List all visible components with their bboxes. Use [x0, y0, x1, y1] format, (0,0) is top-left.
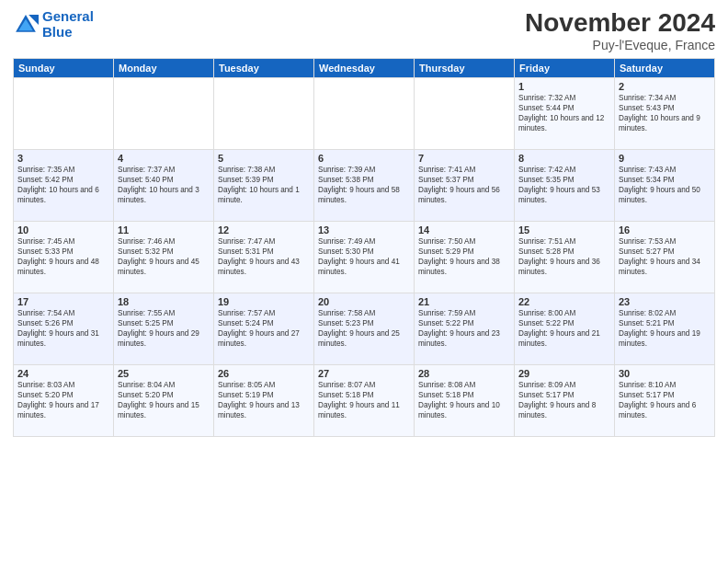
week-row-3: 10Sunrise: 7:45 AM Sunset: 5:33 PM Dayli…: [14, 221, 715, 293]
day-detail: Sunrise: 7:43 AM Sunset: 5:34 PM Dayligh…: [619, 165, 711, 205]
day-cell: 6Sunrise: 7:39 AM Sunset: 5:38 PM Daylig…: [314, 149, 415, 221]
day-cell: 7Sunrise: 7:41 AM Sunset: 5:37 PM Daylig…: [415, 149, 515, 221]
day-number: 27: [318, 368, 410, 379]
week-row-4: 17Sunrise: 7:54 AM Sunset: 5:26 PM Dayli…: [14, 293, 715, 364]
col-tuesday: Tuesday: [214, 58, 314, 77]
day-number: 10: [17, 224, 109, 236]
day-cell: [14, 77, 114, 149]
logo-icon: [13, 12, 39, 38]
day-number: 29: [518, 368, 610, 379]
day-detail: Sunrise: 7:42 AM Sunset: 5:35 PM Dayligh…: [518, 165, 610, 205]
day-detail: Sunrise: 7:58 AM Sunset: 5:23 PM Dayligh…: [318, 308, 410, 349]
day-cell: [314, 77, 415, 149]
day-detail: Sunrise: 8:05 AM Sunset: 5:19 PM Dayligh…: [218, 380, 310, 420]
day-number: 19: [218, 296, 310, 307]
day-cell: [214, 77, 314, 149]
day-number: 15: [518, 224, 610, 236]
day-number: 1: [518, 81, 610, 92]
col-saturday: Saturday: [615, 58, 715, 77]
day-cell: 22Sunrise: 8:00 AM Sunset: 5:22 PM Dayli…: [515, 293, 615, 364]
day-number: 4: [118, 153, 210, 164]
day-detail: Sunrise: 7:45 AM Sunset: 5:33 PM Dayligh…: [17, 236, 109, 277]
day-detail: Sunrise: 7:53 AM Sunset: 5:27 PM Dayligh…: [619, 236, 711, 277]
day-number: 28: [418, 368, 510, 379]
day-cell: 28Sunrise: 8:08 AM Sunset: 5:18 PM Dayli…: [415, 364, 515, 436]
logo-text: General Blue: [42, 9, 94, 40]
day-cell: 14Sunrise: 7:50 AM Sunset: 5:29 PM Dayli…: [415, 221, 515, 293]
day-number: 6: [318, 153, 410, 164]
logo-line1: General: [42, 8, 94, 24]
day-number: 13: [318, 224, 410, 236]
col-thursday: Thursday: [415, 58, 515, 77]
day-cell: 3Sunrise: 7:35 AM Sunset: 5:42 PM Daylig…: [14, 149, 114, 221]
day-cell: 17Sunrise: 7:54 AM Sunset: 5:26 PM Dayli…: [14, 293, 114, 364]
day-detail: Sunrise: 7:38 AM Sunset: 5:39 PM Dayligh…: [218, 165, 310, 205]
day-detail: Sunrise: 7:50 AM Sunset: 5:29 PM Dayligh…: [418, 236, 510, 277]
day-cell: 5Sunrise: 7:38 AM Sunset: 5:39 PM Daylig…: [214, 149, 314, 221]
logo: General Blue: [13, 9, 94, 40]
week-row-5: 24Sunrise: 8:03 AM Sunset: 5:20 PM Dayli…: [14, 364, 715, 436]
day-number: 21: [418, 296, 510, 307]
day-number: 26: [218, 368, 310, 379]
day-number: 25: [118, 368, 210, 379]
day-cell: 25Sunrise: 8:04 AM Sunset: 5:20 PM Dayli…: [114, 364, 214, 436]
day-cell: 23Sunrise: 8:02 AM Sunset: 5:21 PM Dayli…: [615, 293, 715, 364]
day-cell: 10Sunrise: 7:45 AM Sunset: 5:33 PM Dayli…: [14, 221, 114, 293]
day-cell: 18Sunrise: 7:55 AM Sunset: 5:25 PM Dayli…: [114, 293, 214, 364]
header: General Blue November 2024 Puy-l'Eveque,…: [13, 9, 715, 52]
day-detail: Sunrise: 7:54 AM Sunset: 5:26 PM Dayligh…: [17, 308, 109, 349]
day-cell: 11Sunrise: 7:46 AM Sunset: 5:32 PM Dayli…: [114, 221, 214, 293]
day-detail: Sunrise: 8:03 AM Sunset: 5:20 PM Dayligh…: [17, 380, 109, 420]
day-detail: Sunrise: 7:55 AM Sunset: 5:25 PM Dayligh…: [118, 308, 210, 349]
day-detail: Sunrise: 7:37 AM Sunset: 5:40 PM Dayligh…: [118, 165, 210, 205]
day-detail: Sunrise: 7:47 AM Sunset: 5:31 PM Dayligh…: [218, 236, 310, 277]
day-number: 2: [619, 81, 711, 92]
day-detail: Sunrise: 8:04 AM Sunset: 5:20 PM Dayligh…: [118, 380, 210, 420]
day-cell: [415, 77, 515, 149]
location-subtitle: Puy-l'Eveque, France: [525, 38, 715, 52]
week-row-1: 1Sunrise: 7:32 AM Sunset: 5:44 PM Daylig…: [14, 77, 715, 149]
day-detail: Sunrise: 8:02 AM Sunset: 5:21 PM Dayligh…: [619, 308, 711, 349]
day-cell: 19Sunrise: 7:57 AM Sunset: 5:24 PM Dayli…: [214, 293, 314, 364]
day-detail: Sunrise: 7:41 AM Sunset: 5:37 PM Dayligh…: [418, 165, 510, 205]
day-cell: 9Sunrise: 7:43 AM Sunset: 5:34 PM Daylig…: [615, 149, 715, 221]
day-cell: 21Sunrise: 7:59 AM Sunset: 5:22 PM Dayli…: [415, 293, 515, 364]
day-number: 14: [418, 224, 510, 236]
day-detail: Sunrise: 7:57 AM Sunset: 5:24 PM Dayligh…: [218, 308, 310, 349]
day-number: 12: [218, 224, 310, 236]
day-cell: 30Sunrise: 8:10 AM Sunset: 5:17 PM Dayli…: [615, 364, 715, 436]
day-cell: 13Sunrise: 7:49 AM Sunset: 5:30 PM Dayli…: [314, 221, 415, 293]
day-number: 24: [17, 368, 109, 379]
day-detail: Sunrise: 8:08 AM Sunset: 5:18 PM Dayligh…: [418, 380, 510, 420]
month-title: November 2024: [525, 9, 715, 38]
day-number: 3: [17, 153, 109, 164]
day-detail: Sunrise: 8:09 AM Sunset: 5:17 PM Dayligh…: [518, 380, 610, 420]
day-cell: 2Sunrise: 7:34 AM Sunset: 5:43 PM Daylig…: [615, 77, 715, 149]
day-cell: 27Sunrise: 8:07 AM Sunset: 5:18 PM Dayli…: [314, 364, 415, 436]
col-friday: Friday: [515, 58, 615, 77]
day-number: 16: [619, 224, 711, 236]
day-number: 5: [218, 153, 310, 164]
day-number: 7: [418, 153, 510, 164]
day-detail: Sunrise: 8:07 AM Sunset: 5:18 PM Dayligh…: [318, 380, 410, 420]
day-number: 17: [17, 296, 109, 307]
day-cell: 20Sunrise: 7:58 AM Sunset: 5:23 PM Dayli…: [314, 293, 415, 364]
day-detail: Sunrise: 7:39 AM Sunset: 5:38 PM Dayligh…: [318, 165, 410, 205]
day-cell: 24Sunrise: 8:03 AM Sunset: 5:20 PM Dayli…: [14, 364, 114, 436]
col-monday: Monday: [114, 58, 214, 77]
day-cell: 8Sunrise: 7:42 AM Sunset: 5:35 PM Daylig…: [515, 149, 615, 221]
day-detail: Sunrise: 7:46 AM Sunset: 5:32 PM Dayligh…: [118, 236, 210, 277]
day-number: 11: [118, 224, 210, 236]
day-detail: Sunrise: 7:59 AM Sunset: 5:22 PM Dayligh…: [418, 308, 510, 349]
logo-line2: Blue: [42, 24, 73, 40]
day-cell: 26Sunrise: 8:05 AM Sunset: 5:19 PM Dayli…: [214, 364, 314, 436]
day-cell: 12Sunrise: 7:47 AM Sunset: 5:31 PM Dayli…: [214, 221, 314, 293]
day-cell: 15Sunrise: 7:51 AM Sunset: 5:28 PM Dayli…: [515, 221, 615, 293]
col-sunday: Sunday: [14, 58, 114, 77]
day-cell: [114, 77, 214, 149]
page: General Blue November 2024 Puy-l'Eveque,…: [0, 0, 728, 563]
day-cell: 16Sunrise: 7:53 AM Sunset: 5:27 PM Dayli…: [615, 221, 715, 293]
day-number: 20: [318, 296, 410, 307]
col-wednesday: Wednesday: [314, 58, 415, 77]
day-cell: 4Sunrise: 7:37 AM Sunset: 5:40 PM Daylig…: [114, 149, 214, 221]
